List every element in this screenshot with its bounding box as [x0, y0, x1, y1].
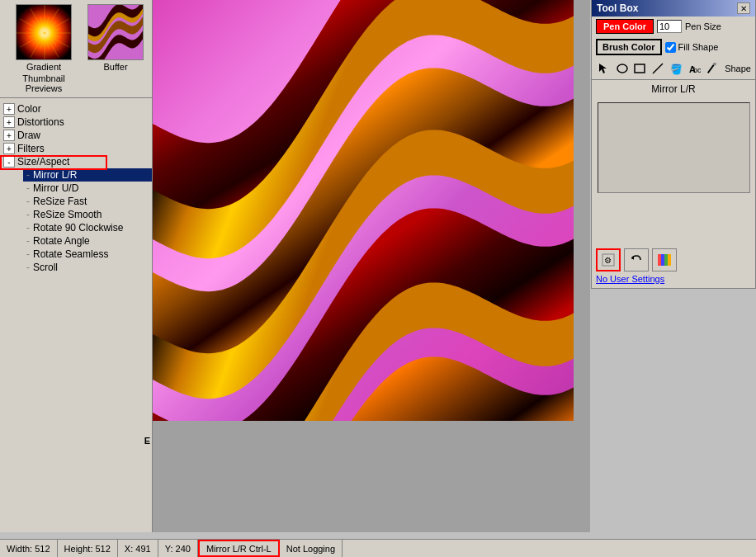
status-width: Width: 512 [0, 540, 58, 557]
svg-rect-16 [668, 254, 671, 266]
tree-child-rotate-seamless[interactable]: - Rotate Seamless [23, 248, 152, 261]
thumbnail-previews-label: Thumbnail Previews [4, 73, 83, 93]
svg-text:🪣: 🪣 [670, 63, 683, 75]
svg-text:⚙: ⚙ [604, 256, 612, 265]
expand-size-aspect[interactable]: - [3, 156, 15, 168]
dash-rotate-90: - [26, 222, 30, 234]
toolbox-preview-area [598, 102, 750, 193]
fill-shape-label: Fill Shape [678, 42, 719, 52]
toolbox-title: Tool Box [597, 2, 638, 14]
buffer-thumbnail[interactable] [87, 4, 144, 60]
dash-resize-smooth: - [26, 209, 30, 220]
draw-label: Draw [17, 130, 40, 141]
tree-menu: + Color + Distortions + Draw + Filters -… [0, 98, 152, 278]
mirror-lr-label: Mirror L/R [33, 169, 77, 181]
svg-rect-15 [664, 254, 668, 266]
arrow-tool-icon[interactable] [596, 59, 612, 78]
toolbox-close-button[interactable]: ✕ [737, 2, 750, 14]
mirror-label: Mirror L/R [592, 80, 755, 98]
dash-mirror-lr: - [26, 169, 30, 181]
svg-rect-9 [713, 63, 716, 65]
status-x: X: 491 [118, 540, 158, 557]
shape-label: Shape [725, 64, 751, 73]
filters-label: Filters [17, 143, 45, 154]
svg-marker-0 [599, 64, 607, 73]
brush-tool-icon[interactable] [703, 59, 720, 78]
expand-filters[interactable]: + [3, 143, 15, 154]
svg-rect-13 [658, 254, 661, 266]
svg-line-3 [653, 64, 663, 73]
line-tool-icon[interactable] [650, 59, 666, 78]
gradient-thumbnail[interactable] [16, 4, 72, 60]
tree-item-color[interactable]: + Color [0, 102, 152, 116]
fill-shape-checkbox[interactable] [665, 42, 676, 53]
e-label: E [144, 436, 150, 446]
mirror-ud-label: Mirror U/D [33, 182, 78, 194]
rotate-seamless-label: Rotate Seamless [33, 248, 108, 260]
toolbox-row-brush: Brush Color Fill Shape [592, 36, 755, 58]
pen-size-input[interactable] [657, 20, 682, 33]
fill-tool-icon[interactable]: 🪣 [668, 59, 684, 78]
status-height: Height: 512 [58, 540, 118, 557]
svg-rect-2 [635, 64, 645, 73]
gradient-label: Gradient [26, 62, 61, 72]
toolbox-panel: Tool Box ✕ Pen Color Pen Size Brush Colo… [591, 0, 756, 289]
distortions-label: Distortions [17, 116, 64, 128]
brush-color-button[interactable]: Brush Color [596, 39, 662, 55]
no-user-settings-link[interactable]: No User Settings [596, 274, 664, 284]
dash-rotate-seamless: - [26, 248, 30, 260]
tool-icons-row: 🪣 Abc Shape [592, 58, 755, 80]
tree-child-mirror-ud[interactable]: - Mirror U/D [23, 182, 152, 195]
main-image-canvas [153, 0, 574, 421]
tree-child-resize-fast[interactable]: - ReSize Fast [23, 195, 152, 208]
fill-shape-container: Fill Shape [665, 42, 719, 53]
tree-item-distortions[interactable]: + Distortions [0, 116, 152, 129]
gradient-thumb-item[interactable]: Gradient Thumbnail Previews [4, 4, 83, 93]
tree-item-filters[interactable]: + Filters [0, 142, 152, 155]
left-panel: Gradient Thumbnail Previews Buffer E + C… [0, 0, 153, 532]
pen-size-label: Pen Size [685, 21, 721, 31]
toolbox-icon-palette[interactable] [652, 248, 677, 271]
thumbnail-area: Gradient Thumbnail Previews Buffer E [0, 0, 152, 98]
dash-mirror-ud: - [26, 182, 30, 194]
rotate-angle-label: Rotate Angle [33, 235, 90, 247]
dash-resize-fast: - [26, 196, 30, 207]
text-tool-icon[interactable]: Abc [686, 59, 702, 78]
tree-child-scroll[interactable]: - Scroll [23, 261, 152, 274]
toolbox-icon-undo[interactable] [624, 248, 649, 271]
buffer-label: Buffer [103, 62, 127, 72]
expand-distortions[interactable]: + [3, 116, 15, 128]
tree-child-rotate-angle[interactable]: - Rotate Angle [23, 234, 152, 248]
pen-color-button[interactable]: Pen Color [596, 19, 654, 34]
dash-scroll: - [26, 262, 30, 273]
toolbox-titlebar: Tool Box ✕ [592, 0, 755, 17]
svg-text:bc: bc [693, 66, 701, 74]
status-bar: Width: 512 Height: 512 X: 491 Y: 240 Mir… [0, 539, 756, 557]
main-canvas [153, 0, 590, 532]
oval-tool-icon[interactable] [614, 59, 631, 78]
toolbox-row-pen: Pen Color Pen Size [592, 17, 755, 36]
status-y: Y: 240 [158, 540, 198, 557]
rotate-90-label: Rotate 90 Clockwise [33, 222, 123, 234]
expand-color[interactable]: + [3, 103, 15, 115]
toolbox-bottom-icons: ⚙ [596, 248, 677, 271]
status-logging: Not Logging [280, 540, 343, 557]
tree-child-rotate-90[interactable]: - Rotate 90 Clockwise [23, 221, 152, 234]
tree-item-draw[interactable]: + Draw [0, 129, 152, 142]
resize-smooth-label: ReSize Smooth [33, 209, 102, 220]
rect-tool-icon[interactable] [631, 59, 648, 78]
toolbox-icon-settings[interactable]: ⚙ [596, 248, 621, 271]
dash-rotate-angle: - [26, 235, 30, 247]
color-label: Color [17, 103, 41, 115]
svg-point-1 [617, 64, 627, 73]
buffer-thumb-item[interactable]: Buffer [87, 4, 144, 72]
tree-child-mirror-lr[interactable]: - Mirror L/R [23, 168, 152, 182]
resize-fast-label: ReSize Fast [33, 196, 87, 207]
scroll-label: Scroll [33, 262, 58, 273]
status-tool: Mirror L/R Ctrl-L [198, 540, 280, 557]
tree-item-size-aspect[interactable]: - Size/Aspect [0, 155, 152, 168]
tree-child-resize-smooth[interactable]: - ReSize Smooth [23, 208, 152, 221]
tree-children-size-aspect: - Mirror L/R - Mirror U/D - ReSize Fast … [0, 168, 152, 274]
expand-draw[interactable]: + [3, 130, 15, 141]
size-aspect-label: Size/Aspect [17, 156, 69, 168]
